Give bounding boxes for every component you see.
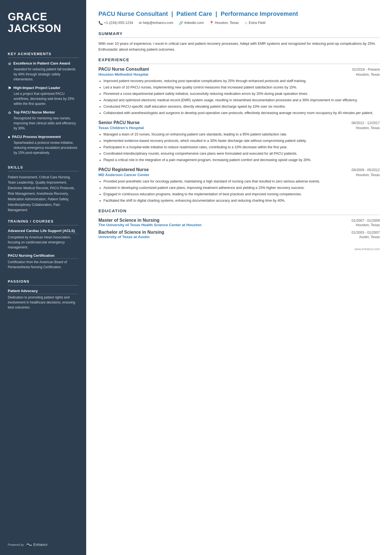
achievement-desc-1: Awarded for reducing patient fall incide… <box>8 67 78 82</box>
job-1-bullet-4: Analyzed and optimized electronic medica… <box>103 97 380 103</box>
edu-item-1: Master of Science in Nursing 01/2007 - 0… <box>98 218 380 227</box>
job-2-employer: Texas Children's Hospital <box>98 126 144 130</box>
job-3: PACU Registered Nurse 09/2009 - 05/2012 … <box>98 167 380 203</box>
achievement-desc-3: Recognized for mentoring new nurses, imp… <box>8 116 78 131</box>
email-icon: ✉ <box>139 21 142 25</box>
job-3-bullets: Provided post-anesthetic care for oncolo… <box>98 179 380 203</box>
summary-text: With over 10 years of experience, I exce… <box>98 41 380 53</box>
job-2-bullets: Managed a team of 15 nurses, focusing on… <box>98 132 380 163</box>
edu-1-school: The University of Texas Health Science C… <box>98 223 202 227</box>
job-1-bullets: Improved patient recovery procedures, re… <box>98 78 380 116</box>
edu-2-location: Austin, Texas <box>359 235 380 239</box>
training-section-title: TRAINING / COURSES <box>8 219 78 223</box>
job-1-bullet-2: Led a team of 10 PACU nurses, implementi… <box>103 85 380 90</box>
training-desc-1: Completed by American Heart Association,… <box>8 235 78 250</box>
achievement-item-3: ☆ Top PACU Nurse Mentor Recognized for m… <box>8 110 78 131</box>
pipe-1: | <box>171 10 175 17</box>
job-1-bullet-3: Pioneered a cross-departmental patient s… <box>103 91 380 97</box>
pipe-2: | <box>215 10 219 17</box>
email-address: help@enhancv.com <box>143 21 173 25</box>
contact-row: 📞 +1-(234)-555-1234 ✉ help@enhancv.com 🔗… <box>98 21 380 25</box>
location-icon: 📍 <box>209 21 214 25</box>
job-2-bullet-5: Played a critical role in the integratio… <box>103 157 380 163</box>
enhancv-brand: Enhancv <box>33 542 48 547</box>
star-icon: ☆ <box>244 21 248 25</box>
job-3-bullet-1: Provided post-anesthetic care for oncolo… <box>103 179 380 184</box>
contact-location: 📍 Houston, Texas <box>209 21 239 25</box>
job-2-bullet-3: Participated in a hospital-wide initiati… <box>103 144 380 150</box>
achievements-divider <box>8 58 78 58</box>
passions-divider <box>8 285 78 285</box>
job-1-bullet-1: Improved patient recovery procedures, re… <box>103 78 380 84</box>
phone-number: +1-(234)-555-1234 <box>104 21 133 25</box>
passion-item-1: Patient Advocacy Dedication to promoting… <box>8 289 78 310</box>
passion-title-1: Patient Advocacy <box>8 289 78 294</box>
experience-divider <box>98 64 380 64</box>
headline-part2: Patient Care <box>177 10 212 17</box>
achievements-section-title: KEY ACHIEVEMENTS <box>8 52 78 56</box>
linkedin-icon: 🔗 <box>179 21 183 25</box>
skills-text: Patient Assessment, Critical Care Nursin… <box>8 175 78 213</box>
job-1-title: PACU Nurse Consultant <box>98 67 149 72</box>
edu-2-school: University of Texas at Austin <box>98 235 150 239</box>
edu-1-degree: Master of Science in Nursing <box>98 218 160 223</box>
summary-section-title: SUMMARY <box>98 31 380 36</box>
job-1-bullet-6: Collaborated with anesthesiologists and … <box>103 110 380 116</box>
job-3-bullet-4: Facilitated the shift to digital chartin… <box>103 198 380 203</box>
contact-linkedin: 🔗 linkedin.com <box>179 21 204 25</box>
edu-1-location: Houston, Texas <box>356 223 380 227</box>
candidate-name: GRACE JACKSON <box>8 11 78 34</box>
job-3-bullet-2: Assisted in developing customized patien… <box>103 185 380 191</box>
contact-phone: 📞 +1-(234)-555-1234 <box>98 21 133 25</box>
achievement-item-1: ☆ Excellence in Patient Care Award Award… <box>8 61 78 82</box>
job-3-location: Houston, Texas <box>356 173 380 177</box>
achievement-icon-4: ♥ <box>8 135 10 139</box>
edu-2-degree: Bachelor of Science in Nursing <box>98 230 164 235</box>
job-1: PACU Nurse Consultant 01/2018 - Present … <box>98 67 380 116</box>
job-2-bullet-2: Implemented evidence-based recovery prot… <box>103 138 380 144</box>
phone-icon: 📞 <box>98 21 103 25</box>
passion-desc-1: Dedication to promoting patient rights a… <box>8 295 78 310</box>
education-divider <box>98 215 380 215</box>
job-1-location: Houston, Texas <box>356 73 380 77</box>
achievement-icon-3: ☆ <box>8 110 11 115</box>
job-1-dates: 01/2018 - Present <box>352 68 380 71</box>
headline-part3: Performance Improvement <box>220 10 298 17</box>
achievement-item-4: ♥ PACU Process Improvement Spearheaded a… <box>8 135 78 155</box>
headline-part1: PACU Nurse Consultant <box>98 10 168 17</box>
skills-section-title: SKILLS <box>8 165 78 169</box>
enhancv-logo: Enhancv <box>26 542 48 547</box>
training-desc-2: Certification from the American Board of… <box>8 260 78 270</box>
job-3-employer: MD Anderson Cancer Center <box>98 173 149 177</box>
training-item-2: PACU Nursing Certification Certification… <box>8 253 78 270</box>
resume-headline: PACU Nurse Consultant | Patient Care | P… <box>98 10 380 18</box>
education-section-title: EDUCATION <box>98 208 380 213</box>
footer-website: www.enhancv.com <box>354 247 380 251</box>
job-3-title: PACU Registered Nurse <box>98 167 149 172</box>
contact-email: ✉ help@enhancv.com <box>139 21 173 25</box>
contact-extra: ☆ Extra Field <box>244 21 266 25</box>
powered-by-label: Powered by <box>8 543 24 546</box>
job-3-dates: 09/2009 - 05/2012 <box>352 168 380 172</box>
job-2-bullet-4: Coordinated interdisciplinary rounds, en… <box>103 151 380 156</box>
skills-divider <box>8 171 78 171</box>
training-title-2: PACU Nursing Certification <box>8 253 78 259</box>
job-2-dates: 06/2012 - 12/2017 <box>352 121 380 125</box>
achievement-title-1: Excellence in Patient Care Award <box>13 61 70 65</box>
job-2-bullet-1: Managed a team of 15 nurses, focusing on… <box>103 132 380 137</box>
linkedin-url: linkedin.com <box>184 21 204 25</box>
edu-item-2: Bachelor of Science in Nursing 01/2003 -… <box>98 230 380 239</box>
edu-1-dates: 01/2007 - 01/2009 <box>352 219 380 223</box>
training-divider <box>8 225 78 225</box>
achievement-icon-1: ☆ <box>8 61 11 66</box>
experience-section-title: EXPERIENCE <box>98 57 380 62</box>
achievement-title-2: High-Impact Project Leader <box>13 86 60 90</box>
achievement-title-4: PACU Process Improvement <box>12 135 61 139</box>
achievement-title-3: Top PACU Nurse Mentor <box>13 110 55 114</box>
summary-divider <box>98 38 380 38</box>
job-1-bullet-5: Conducted PACU-specific staff education … <box>103 104 380 109</box>
main-content: PACU Nurse Consultant | Patient Care | P… <box>86 0 392 555</box>
extra-field: Extra Field <box>249 21 266 25</box>
training-title-1: Advanced Cardiac Life Support (ACLS) <box>8 229 78 234</box>
job-2: Senior PACU Nurse 06/2012 - 12/2017 Texa… <box>98 120 380 163</box>
